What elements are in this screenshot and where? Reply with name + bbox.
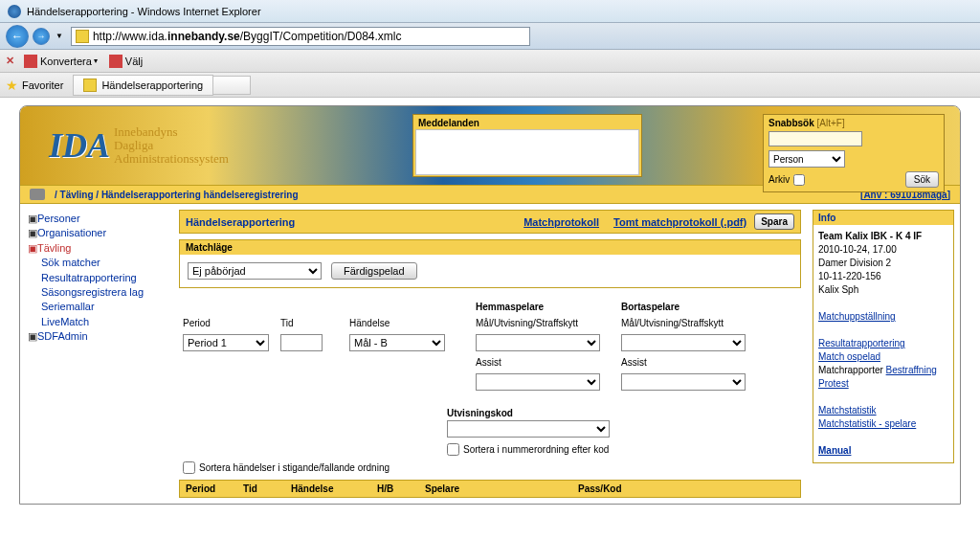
nav-sok-matcher[interactable]: Sök matcher [41,256,166,270]
nav-sasongsregistrera[interactable]: Säsongsregistrera lag [41,285,166,300]
matchlage-header: Matchläge [180,240,800,255]
sortera-nummer-checkbox[interactable] [447,443,459,456]
ie-icon [8,5,21,18]
toolbar-favorites: ★ Favoriter Händelserapportering [0,73,980,98]
th-hb: H/B [377,483,425,494]
fardigspelad-button[interactable]: Färdigspelad [331,262,417,280]
borta-mal-select[interactable] [621,334,746,351]
banner: IDA Innebandyns Dagliga Administrationss… [20,106,960,185]
handelse-label: Händelse [349,318,464,328]
bortaspelare-header: Bortaspelare [621,302,755,312]
tid-input[interactable] [280,334,323,351]
nav-sdfadmin[interactable]: ▣SDFAdmin [28,329,166,344]
nav-livematch[interactable]: LiveMatch [41,315,166,329]
breadcrumb-path[interactable]: / Tävling / Händelserapportering händels… [55,190,299,200]
info-panel: Info Team Kalix IBK - K 4 IF 2010-10-24,… [807,204,960,469]
th-period: Period [186,483,243,494]
info-matchrapporter: Matchrapporter [818,365,883,375]
nav-tavling[interactable]: ▣Tävling [28,241,166,256]
tab-icon [83,79,97,92]
matchprotokoll-link[interactable]: Matchprotokoll [523,216,599,228]
handelse-select[interactable]: Mål - B [349,334,445,351]
link-matchuppstallning[interactable]: Matchuppställning [818,310,896,324]
link-matchstatistik[interactable]: Matchstatistik [818,404,877,417]
nav-seriemallar[interactable]: Seriemallar [41,300,166,314]
th-passkod: Pass/Kod [578,483,693,494]
period-label: Period [183,318,269,328]
link-bestraffning[interactable]: Bestraffning [886,364,937,377]
utvisningskod-select[interactable] [447,420,610,438]
page-icon [76,30,89,43]
browser-address-bar: ← → ▼ http://www.ida.innebandy.se/ByggIT… [0,23,980,50]
link-protest[interactable]: Protest [818,377,849,391]
close-toolbar-icon[interactable]: ✕ [6,55,14,67]
main-heading-bar: Händelserapportering Matchprotokoll Tomt… [179,210,801,234]
matchlage-panel: Matchläge Ej påbörjad Färdigspelad [179,239,801,288]
borta-assist-select[interactable] [621,373,746,391]
info-header: Info [813,211,953,225]
sok-button[interactable]: Sök [905,171,939,188]
main-heading: Händelserapportering [186,216,295,228]
utvisningskod-label: Utvisningskod [447,408,801,418]
info-team: Team Kalix IBK - K 4 IF [818,230,948,243]
link-match-ospelad[interactable]: Match ospelad [818,350,880,364]
link-manual[interactable]: Manual [818,444,851,458]
left-nav: ▣Personer ▣Organisationer ▣Tävling Sök m… [20,204,173,352]
info-code: 10-11-220-156 [818,270,948,283]
center-panel: Händelserapportering Matchprotokoll Tomt… [173,204,807,504]
utvisningskod-block: Utvisningskod [179,408,801,438]
borta-mal-label: Mål/Utvisning/Straffskytt [621,318,755,328]
spara-button[interactable]: Spara [754,213,794,230]
meddelanden-box: Meddelanden [412,114,642,177]
hemma-assist-select[interactable] [476,373,600,391]
url-box[interactable]: http://www.ida.innebandy.se/ByggIT/Compe… [71,27,530,46]
hemma-mal-label: Mål/Utvisning/Straffskytt [476,318,610,328]
th-spelare: Spelare [425,483,578,494]
info-venue: Kalix Sph [818,283,948,297]
dropdown-icon[interactable]: ▼ [56,32,63,40]
page-frame: IDA Innebandyns Dagliga Administrationss… [19,105,961,505]
sortera-nummer-label: Sortera i nummerordning efter kod [463,444,609,455]
hemmaspelare-header: Hemmaspelare [476,302,610,312]
snabbsok-header: Snabbsök [Alt+F] [766,117,942,129]
tab-title: Händelserapportering [101,79,203,91]
url-text: http://www.ida.innebandy.se/ByggIT/Compe… [93,30,402,43]
browser-titlebar: Händelserapportering - Windows Internet … [0,0,980,23]
link-resultatrapportering[interactable]: Resultatrapportering [818,337,905,350]
snabbsok-box: Snabbsök [Alt+F] Person Arkiv Sök [763,114,945,192]
arkiv-label: Arkiv [768,174,790,185]
konvertera-button[interactable]: Konvertera▾ [24,55,98,68]
nav-organisationer[interactable]: ▣Organisationer [28,226,166,240]
snabbsok-type-select[interactable]: Person [768,150,845,168]
hemma-mal-select[interactable] [476,334,600,351]
link-matchstatistik-spelare[interactable]: Matchstatistik - spelare [818,417,916,431]
info-division: Damer Division 2 [818,257,948,270]
matchlage-select[interactable]: Ej påbörjad [188,262,322,280]
toolbar-konvertera: ✕ Konvertera▾ Välj [0,50,980,73]
th-tid: Tid [243,483,291,494]
favoriter-label[interactable]: Favoriter [22,79,63,91]
snabbsok-input[interactable] [768,131,862,146]
forward-button[interactable]: → [33,28,50,45]
events-table-header: Period Tid Händelse H/B Spelare Pass/Kod [179,480,801,498]
back-button[interactable]: ← [6,25,29,48]
meddelanden-header: Meddelanden [415,117,639,129]
borta-assist-label: Assist [621,357,755,368]
tomt-matchprotokoll-link[interactable]: Tomt matchprotokoll (.pdf) [613,216,746,228]
browser-tab[interactable]: Händelserapportering [73,75,213,96]
logo: IDA Innebandyns Dagliga Administrationss… [20,106,229,185]
period-select[interactable]: Period 1 [183,334,269,351]
window-title: Händelserapportering - Windows Internet … [27,6,261,17]
new-tab-button[interactable] [212,76,251,95]
arkiv-checkbox[interactable] [793,174,805,186]
tid-label: Tid [280,318,338,328]
nav-resultatrapportering[interactable]: Resultatrapportering [41,271,166,285]
printer-icon[interactable] [30,189,45,200]
nav-personer[interactable]: ▣Personer [28,212,166,226]
event-form: Hemmaspelare Bortaspelare Period Tid Hän… [179,298,801,394]
sortera-handelser-checkbox[interactable] [183,461,195,474]
th-handelse: Händelse [291,483,377,494]
sortera-handelser-label: Sortera händelser i stigande/fallande or… [199,462,390,473]
valj-button[interactable]: Välj [109,55,143,68]
star-icon[interactable]: ★ [6,78,18,93]
